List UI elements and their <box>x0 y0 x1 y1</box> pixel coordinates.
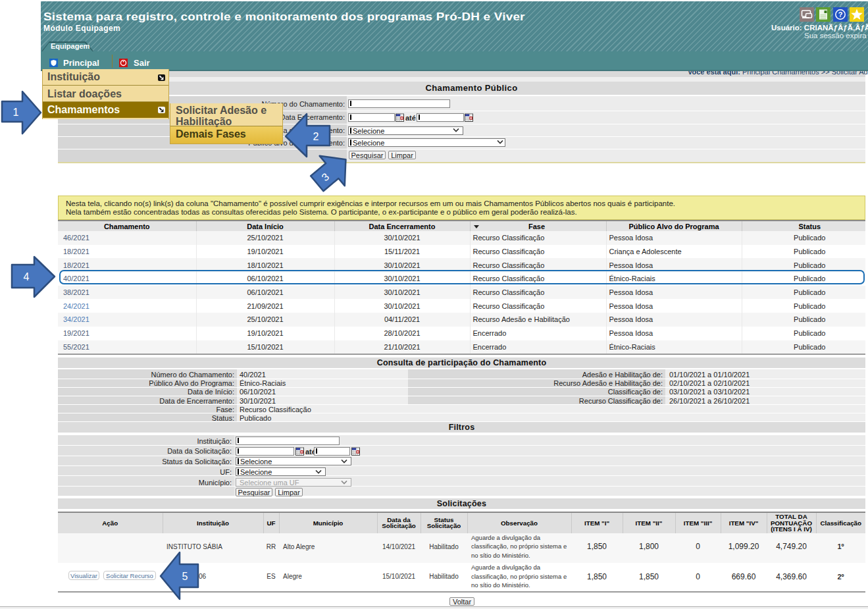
svg-text:5: 5 <box>182 571 188 582</box>
svg-text:2: 2 <box>313 131 319 142</box>
svg-text:1: 1 <box>13 107 19 118</box>
svg-text:4: 4 <box>24 271 30 282</box>
